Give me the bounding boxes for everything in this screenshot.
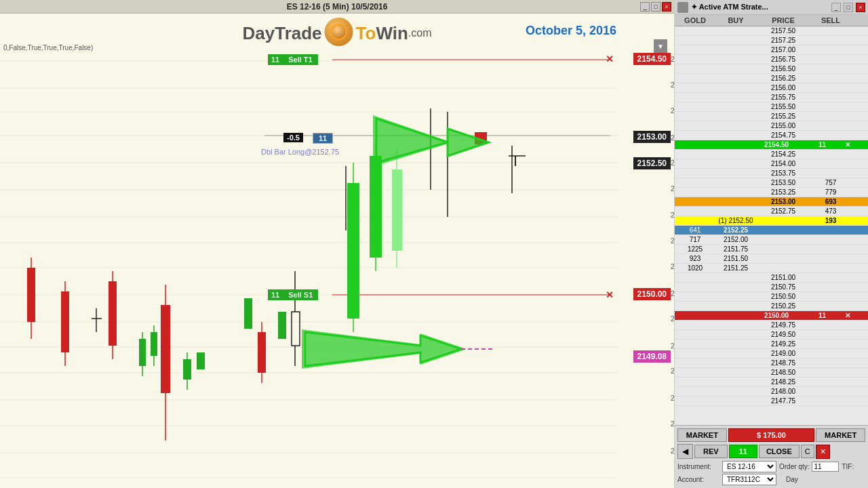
right-panel: ✦ Active ATM Strate... _ □ × GOLD BUY PR… [675, 0, 868, 488]
panel-minimize-btn[interactable]: _ [831, 3, 841, 12]
price-tag-current: 2153.00 [633, 131, 671, 143]
order-book-header: GOLD BUY PRICE SELL [675, 15, 868, 26]
ob-row: 2147.75 [675, 396, 868, 406]
order-book: 2157.50 2157.25 2157.00 2156.75 2156.50 … [675, 26, 868, 425]
close-btn[interactable]: CLOSE [759, 445, 800, 458]
ob-row: 2150.25 [675, 302, 868, 311]
svg-rect-31 [139, 339, 146, 366]
bool-text: 0,False,True,True,True,False) [3, 44, 93, 52]
order-qty-input[interactable] [812, 462, 839, 472]
ob-row: 2156.25 [675, 74, 868, 83]
svg-rect-47 [244, 298, 252, 329]
market-sell-btn[interactable]: MARKET [816, 428, 865, 442]
svg-rect-40 [183, 359, 191, 380]
panel-title: ✦ Active ATM Strate... [691, 3, 829, 12]
ob-row: 2148.75 [675, 359, 868, 368]
price-tag-sell-s1: 2150.00 [633, 288, 671, 300]
sell-s1-container: 11 Sell S1 [268, 289, 318, 300]
svg-rect-34 [151, 332, 157, 356]
maximize-btn[interactable]: □ [651, 2, 660, 12]
ob-row: 2153.75 [675, 169, 868, 178]
svg-text:✕: ✕ [606, 289, 614, 300]
ob-row: 2148.00 [675, 387, 868, 396]
ob-row: 2156.75 [675, 55, 868, 64]
ob-row-2152-25: 641 2152.25 [675, 226, 868, 235]
dropdown-arrow[interactable]: ▼ [654, 39, 667, 53]
svg-rect-52 [347, 183, 359, 319]
close-window-btn[interactable]: × [662, 2, 671, 12]
market-buy-btn[interactable]: MARKET [677, 428, 727, 442]
instrument-row: Instrument: ES 12-16 Order qty: TIF: [677, 461, 865, 472]
col-gold: GOLD [675, 16, 715, 24]
ob-row: 2149.00 [675, 349, 868, 359]
action-row: ◀ REV 11 CLOSE C ✕ [677, 444, 865, 459]
col-buy: BUY [715, 16, 756, 24]
price-tag-sell-t1: 2154.50 [633, 53, 671, 65]
x-final-btn[interactable]: ✕ [816, 445, 830, 459]
svg-rect-55 [370, 156, 382, 258]
ob-row: 2150.50 [675, 292, 868, 302]
account-select[interactable]: TFR3112C [722, 474, 776, 485]
ob-row: 2157.25 [675, 36, 868, 45]
date-display: October 5, 2016 [526, 24, 616, 38]
chart-title: ES 12-16 (5 Min) 10/5/2016 [287, 2, 388, 12]
rev-btn[interactable]: REV [694, 445, 728, 458]
sell-t1-container: 11 Sell T1 [268, 54, 318, 65]
x-btn-t1[interactable]: ✕ [841, 141, 854, 148]
logo-com: .com [408, 27, 432, 39]
bottom-controls: MARKET $ 175.00 MARKET ◀ REV 11 CLOSE C … [675, 425, 868, 488]
minimize-btn[interactable]: _ [640, 2, 650, 12]
x-btn-s1[interactable]: ✕ [841, 312, 854, 319]
svg-rect-28 [108, 281, 117, 346]
logo: Day Trade To Win .com [242, 19, 431, 47]
ob-row-2153: 2153.00 693 [675, 197, 868, 207]
indicator-neg: -0.5 [283, 133, 303, 142]
ob-row: 2156.50 [675, 64, 868, 74]
prev-btn[interactable]: ◀ [677, 444, 693, 459]
col-sell: SELL [810, 16, 851, 24]
svg-rect-20 [27, 268, 35, 322]
logo-circle [325, 18, 353, 46]
ob-row: 2155.00 [675, 121, 868, 131]
sell-s1-label: Sell S1 [283, 289, 318, 300]
ob-row: 2155.75 [675, 93, 868, 102]
ob-row: 1225 2151.75 [675, 245, 868, 254]
ob-row: 2153.25 779 [675, 188, 868, 197]
price-center-btn[interactable]: $ 175.00 [728, 428, 815, 442]
market-row: MARKET $ 175.00 MARKET [677, 428, 865, 442]
ob-row: 2154.25 [675, 150, 868, 159]
order-qty-label: Order qty: [779, 463, 809, 470]
c-btn[interactable]: C [801, 445, 814, 458]
panel-restore-btn[interactable]: □ [844, 3, 853, 12]
ob-row-2154-50: 2154.50 11 ✕ [675, 140, 868, 150]
account-label: Account: [677, 476, 719, 483]
sell-s1-qty: 11 [268, 289, 283, 300]
chart-area: ES 12-16 (5 Min) 10/5/2016 _ □ × Day Tra… [0, 0, 675, 488]
logo-win: Win [376, 23, 408, 44]
account-row: Account: TFR3112C Day [677, 474, 865, 485]
instrument-select[interactable]: ES 12-16 [722, 461, 776, 472]
svg-text:✕: ✕ [606, 54, 614, 64]
ob-row: 2157.00 [675, 45, 868, 55]
ob-row: 2149.25 [675, 340, 868, 349]
panel-close-btn[interactable]: × [856, 3, 865, 12]
indicator-pos: 11 [313, 133, 333, 144]
svg-rect-58 [392, 169, 402, 251]
ob-row: 923 2151.50 [675, 254, 868, 264]
ob-row: 2155.25 [675, 112, 868, 121]
ob-row-2152-50: (1) 2152.50 193 [675, 216, 868, 226]
svg-rect-43 [197, 352, 205, 369]
display-label: Day [786, 476, 798, 483]
ob-row: 2148.25 [675, 378, 868, 387]
ob-row: 2154.00 [675, 159, 868, 169]
ob-row: 2155.50 [675, 102, 868, 112]
ob-row: 2153.50 757 [675, 178, 868, 188]
logo-day: Day [242, 23, 275, 44]
dbl-bar-label: Dbl Bar Long@2152.75 [261, 148, 339, 156]
logo-trade: Trade [275, 23, 321, 44]
ob-row: 2157.50 [675, 26, 868, 36]
ob-row: 717 2152.00 [675, 235, 868, 245]
ob-row: 2148.50 [675, 368, 868, 378]
ob-row: 2149.50 [675, 330, 868, 340]
ob-row: 2149.75 [675, 321, 868, 330]
